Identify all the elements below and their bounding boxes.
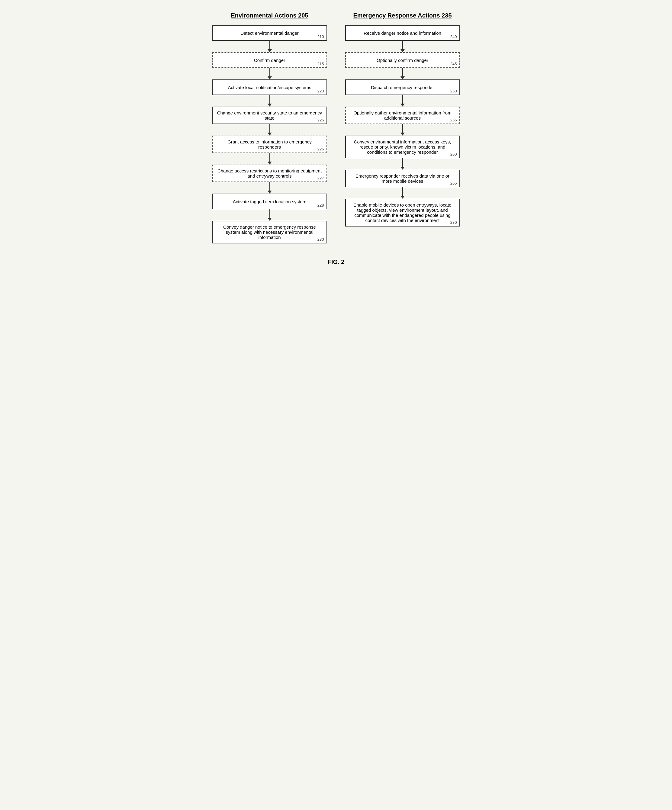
- arrow-head: [400, 104, 405, 106]
- arrow-226-227: [268, 153, 272, 165]
- arrow-head: [268, 76, 272, 79]
- box-220: Activate local notification/escape syste…: [212, 79, 327, 95]
- arrow-head: [268, 133, 272, 136]
- arrow-head: [400, 196, 405, 199]
- box-250: Dispatch emergency responder 250: [345, 79, 460, 95]
- box-265: Emergency responder receives data via on…: [345, 170, 460, 187]
- box-230: Convey danger notice to emergency respon…: [212, 221, 327, 243]
- box-228: Activate tagged item location system 228: [212, 194, 327, 209]
- arrow-225-226: [268, 124, 272, 136]
- arrow-255-260: [400, 124, 405, 136]
- fig-label: FIG. 2: [328, 258, 344, 265]
- arrow-line: [402, 68, 403, 76]
- arrow-head: [400, 49, 405, 52]
- box-245: Optionally confirm danger 245: [345, 52, 460, 68]
- box-240: Receive danger notice and information 24…: [345, 25, 460, 41]
- box-270: Enable mobile devices to open entryways,…: [345, 199, 460, 226]
- left-column-header: Environmental Actions 205: [231, 12, 308, 19]
- box-260: Convey environmental information, access…: [345, 136, 460, 158]
- arrow-head: [400, 133, 405, 136]
- arrow-line: [269, 209, 270, 218]
- arrow-line: [402, 187, 403, 196]
- box-226: Grant access to information to emergency…: [212, 136, 327, 153]
- arrow-head: [268, 162, 272, 165]
- arrow-line: [269, 153, 270, 162]
- arrow-line: [402, 158, 403, 167]
- arrow-head: [400, 167, 405, 170]
- arrow-head: [268, 104, 272, 106]
- arrow-220-225: [268, 95, 272, 106]
- right-column-header: Emergency Response Actions 235: [353, 12, 451, 19]
- arrow-line: [269, 182, 270, 191]
- arrow-line: [269, 41, 270, 49]
- box-255: Optionally gather environmental informat…: [345, 106, 460, 124]
- arrow-line: [402, 95, 403, 104]
- arrow-line: [269, 124, 270, 133]
- arrow-line: [402, 41, 403, 49]
- arrow-head: [268, 49, 272, 52]
- arrow-215-220: [268, 68, 272, 79]
- box-225: Change environment security state to an …: [212, 106, 327, 124]
- arrow-head: [400, 76, 405, 79]
- right-column: Emergency Response Actions 235 Receive d…: [345, 12, 460, 226]
- arrow-240-245: [400, 41, 405, 52]
- arrow-head: [268, 191, 272, 194]
- arrow-line: [269, 68, 270, 76]
- box-210: Detect environmental danger 210: [212, 25, 327, 41]
- arrow-260-265: [400, 158, 405, 170]
- arrow-line: [269, 95, 270, 104]
- arrow-250-255: [400, 95, 405, 106]
- diagram-container: Environmental Actions 205 Detect environ…: [185, 12, 487, 243]
- arrow-line: [402, 124, 403, 133]
- arrow-210-215: [268, 41, 272, 52]
- arrow-228-230: [268, 209, 272, 221]
- arrow-245-250: [400, 68, 405, 79]
- arrow-265-270: [400, 187, 405, 199]
- arrow-head: [268, 218, 272, 221]
- box-215: Confirm danger 215: [212, 52, 327, 68]
- left-column: Environmental Actions 205 Detect environ…: [212, 12, 327, 243]
- box-227: Change access restrictions to monitoring…: [212, 165, 327, 182]
- arrow-227-228: [268, 182, 272, 194]
